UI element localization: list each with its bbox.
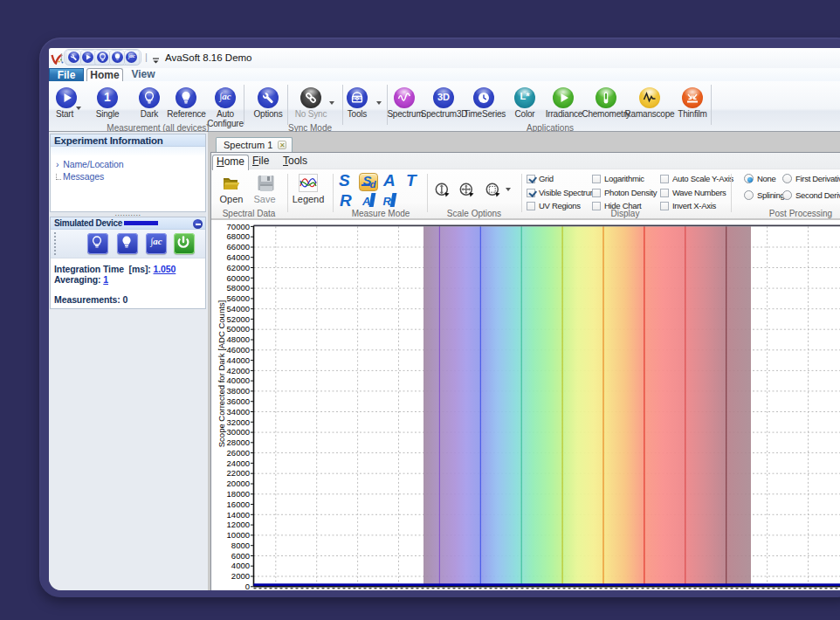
svg-text:20000: 20000	[227, 479, 250, 488]
svg-text:4000: 4000	[231, 561, 250, 570]
svg-text:70000: 70000	[227, 222, 250, 231]
svg-text:50000: 50000	[227, 324, 250, 334]
svg-text:40000: 40000	[227, 375, 250, 385]
svg-text:62000: 62000	[227, 263, 250, 272]
svg-text:64000: 64000	[227, 252, 250, 262]
svg-text:30000: 30000	[227, 427, 250, 437]
svg-text:54000: 54000	[227, 304, 250, 313]
svg-text:38000: 38000	[227, 386, 250, 396]
svg-text:16000: 16000	[227, 499, 250, 509]
svg-text:14000: 14000	[227, 510, 250, 520]
svg-text:2000: 2000	[231, 571, 250, 581]
svg-text:42000: 42000	[227, 366, 250, 375]
svg-text:18000: 18000	[227, 489, 250, 499]
svg-text:22000: 22000	[227, 468, 250, 478]
svg-text:46000: 46000	[227, 345, 250, 355]
svg-text:44000: 44000	[227, 355, 250, 365]
svg-text:58000: 58000	[227, 283, 250, 293]
svg-text:66000: 66000	[227, 242, 250, 251]
svg-text:24000: 24000	[227, 458, 250, 468]
svg-text:8000: 8000	[231, 541, 250, 550]
svg-text:60000: 60000	[227, 273, 250, 283]
svg-text:32000: 32000	[227, 417, 250, 427]
svg-text:0: 0	[245, 582, 250, 590]
svg-text:36000: 36000	[227, 396, 250, 406]
svg-text:52000: 52000	[227, 314, 250, 324]
svg-text:26000: 26000	[227, 448, 250, 458]
svg-text:28000: 28000	[227, 437, 250, 447]
svg-text:34000: 34000	[227, 407, 250, 417]
svg-text:56000: 56000	[227, 293, 250, 303]
svg-text:10000: 10000	[227, 530, 250, 540]
svg-text:12000: 12000	[227, 520, 250, 529]
svg-text:Scope Corrected for Dark [ADC: Scope Corrected for Dark [ADC Counts]	[217, 300, 226, 447]
svg-text:6000: 6000	[231, 551, 250, 561]
svg-text:48000: 48000	[227, 334, 250, 344]
svg-text:68000: 68000	[227, 231, 250, 241]
